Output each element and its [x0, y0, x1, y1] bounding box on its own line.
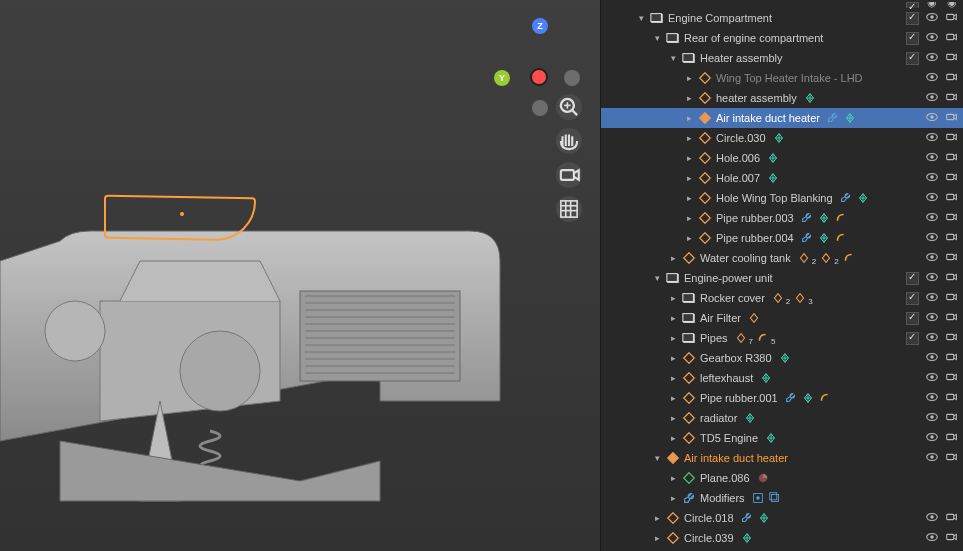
disclosure-arrow-icon[interactable]: ▸	[681, 150, 697, 166]
outliner-row[interactable]: ▸Water cooling tank22	[601, 248, 963, 268]
render-icon[interactable]	[945, 110, 959, 126]
visibility-icon[interactable]	[925, 350, 939, 366]
visibility-icon[interactable]	[925, 510, 939, 526]
outliner-row[interactable]: ▸heater assembly	[601, 88, 963, 108]
visibility-icon[interactable]	[925, 90, 939, 106]
gizmo-neg-axis[interactable]	[564, 70, 580, 86]
render-icon[interactable]	[945, 50, 959, 66]
render-icon[interactable]	[945, 310, 959, 326]
gizmo-neg-axis[interactable]	[532, 100, 548, 116]
outliner-row[interactable]: ▸Pipes75	[601, 328, 963, 348]
disclosure-arrow-icon[interactable]: ▸	[681, 190, 697, 206]
render-icon[interactable]	[945, 150, 959, 166]
disclosure-arrow-icon[interactable]: ▾	[649, 30, 665, 46]
render-icon[interactable]	[945, 170, 959, 186]
render-icon[interactable]	[945, 70, 959, 86]
render-icon[interactable]	[945, 90, 959, 106]
outliner-row[interactable]: ▸TD5 Engine	[601, 428, 963, 448]
render-icon[interactable]	[945, 30, 959, 46]
outliner-row[interactable]: ▾Rear of engine compartment	[601, 28, 963, 48]
render-icon[interactable]	[945, 430, 959, 446]
exclude-checkbox[interactable]	[906, 332, 919, 345]
gizmo-z-axis[interactable]: Z	[532, 18, 548, 34]
exclude-checkbox[interactable]	[906, 292, 919, 305]
render-icon[interactable]	[945, 330, 959, 346]
disclosure-arrow-icon[interactable]: ▸	[665, 330, 681, 346]
outliner-row[interactable]: ▾Engine-power unit	[601, 268, 963, 288]
disclosure-arrow-icon[interactable]: ▸	[665, 290, 681, 306]
visibility-icon[interactable]	[925, 230, 939, 246]
disclosure-arrow-icon[interactable]: ▸	[665, 410, 681, 426]
visibility-icon[interactable]	[925, 30, 939, 46]
exclude-checkbox[interactable]	[906, 32, 919, 45]
render-icon[interactable]	[945, 270, 959, 286]
outliner-row[interactable]: ▸Circle.030	[601, 128, 963, 148]
outliner-panel[interactable]: ◉ ◉ ▾Engine Compartment▾Rear of engine c…	[600, 0, 963, 551]
disclosure-arrow-icon[interactable]: ▸	[665, 350, 681, 366]
visibility-icon[interactable]	[925, 10, 939, 26]
render-icon[interactable]	[945, 230, 959, 246]
disclosure-arrow-icon[interactable]: ▸	[665, 490, 681, 506]
render-icon[interactable]	[945, 10, 959, 26]
outliner-row[interactable]: ▸Modifiers	[601, 488, 963, 508]
visibility-icon[interactable]	[925, 190, 939, 206]
render-icon[interactable]	[945, 250, 959, 266]
visibility-icon[interactable]	[925, 70, 939, 86]
render-icon[interactable]	[945, 410, 959, 426]
visibility-icon[interactable]	[925, 390, 939, 406]
disclosure-arrow-icon[interactable]: ▸	[665, 250, 681, 266]
render-icon[interactable]	[945, 370, 959, 386]
outliner-row[interactable]: ▾Heater assembly	[601, 48, 963, 68]
disclosure-arrow-icon[interactable]: ▸	[681, 170, 697, 186]
visibility-icon[interactable]	[925, 170, 939, 186]
visibility-icon[interactable]	[925, 310, 939, 326]
exclude-checkbox[interactable]	[906, 272, 919, 285]
gizmo-center[interactable]	[530, 68, 548, 86]
outliner-row[interactable]: ▾Air intake duct heater	[601, 448, 963, 468]
outliner-row[interactable]: ▸Pipe rubber.004	[601, 228, 963, 248]
visibility-icon[interactable]	[925, 50, 939, 66]
visibility-icon[interactable]	[925, 250, 939, 266]
disclosure-arrow-icon[interactable]: ▾	[649, 270, 665, 286]
outliner-row[interactable]: ▸Pipe rubber.001	[601, 388, 963, 408]
gizmo-y-axis[interactable]: Y	[494, 70, 510, 86]
outliner-row[interactable]: ▸Circle.039	[601, 528, 963, 548]
outliner-row[interactable]: ▸Air Filter	[601, 308, 963, 328]
outliner-row[interactable]: ▸Circle.018	[601, 508, 963, 528]
render-icon[interactable]	[945, 290, 959, 306]
visibility-icon[interactable]	[925, 410, 939, 426]
disclosure-arrow-icon[interactable]: ▸	[649, 530, 665, 546]
disclosure-arrow-icon[interactable]: ▸	[681, 210, 697, 226]
visibility-icon[interactable]	[925, 130, 939, 146]
visibility-icon[interactable]	[925, 290, 939, 306]
outliner-row[interactable]: ▸Hole.007	[601, 168, 963, 188]
outliner-row[interactable]: ▸Air intake duct heater	[601, 108, 963, 128]
visibility-icon[interactable]	[925, 530, 939, 546]
visibility-icon[interactable]	[925, 330, 939, 346]
visibility-icon[interactable]	[925, 430, 939, 446]
exclude-checkbox[interactable]	[906, 52, 919, 65]
pan-button[interactable]	[556, 128, 582, 154]
render-icon[interactable]	[945, 190, 959, 206]
disclosure-arrow-icon[interactable]: ▸	[665, 370, 681, 386]
3d-viewport[interactable]: Z Y	[0, 0, 600, 551]
disclosure-arrow-icon[interactable]: ▸	[649, 510, 665, 526]
disclosure-arrow-icon[interactable]: ▸	[665, 470, 681, 486]
disclosure-arrow-icon[interactable]: ▸	[681, 70, 697, 86]
zoom-button[interactable]	[556, 94, 582, 120]
disclosure-arrow-icon[interactable]: ▸	[681, 130, 697, 146]
camera-button[interactable]	[556, 162, 582, 188]
disclosure-arrow-icon[interactable]: ▾	[633, 10, 649, 26]
disclosure-arrow-icon[interactable]: ▸	[681, 230, 697, 246]
exclude-checkbox[interactable]	[906, 312, 919, 325]
outliner-row[interactable]: ▾Engine Compartment	[601, 8, 963, 28]
visibility-icon[interactable]	[925, 210, 939, 226]
visibility-icon[interactable]	[925, 110, 939, 126]
visibility-icon[interactable]	[925, 270, 939, 286]
render-icon[interactable]	[945, 210, 959, 226]
outliner-row[interactable]: ▸radiator	[601, 408, 963, 428]
outliner-row[interactable]: ▸Hole.006	[601, 148, 963, 168]
disclosure-arrow-icon[interactable]: ▸	[665, 390, 681, 406]
disclosure-arrow-icon[interactable]: ▾	[665, 50, 681, 66]
perspective-button[interactable]	[556, 196, 582, 222]
